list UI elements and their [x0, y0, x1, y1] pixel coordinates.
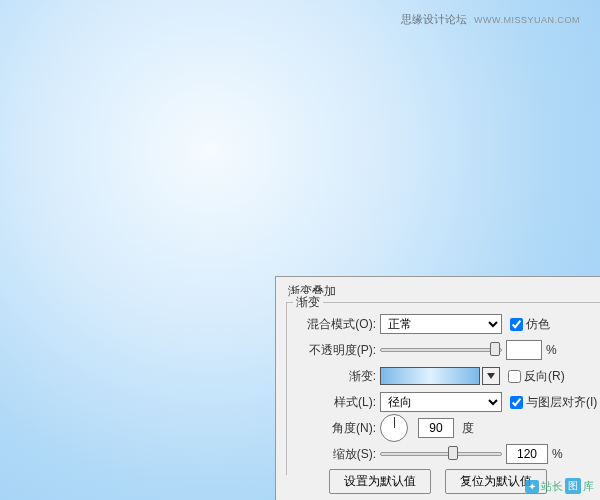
angle-row: 角度(N): 度: [295, 415, 600, 441]
style-row: 样式(L): 径向 与图层对齐(I): [295, 389, 600, 415]
align-input[interactable]: [510, 396, 523, 409]
angle-unit: 度: [462, 420, 474, 437]
angle-input[interactable]: [418, 418, 454, 438]
opacity-unit: %: [546, 343, 557, 357]
opacity-input[interactable]: [506, 340, 542, 360]
scale-row: 缩放(S): %: [295, 441, 600, 467]
slider-thumb[interactable]: [448, 446, 458, 460]
angle-label: 角度(N):: [295, 420, 380, 437]
dither-checkbox[interactable]: 仿色: [510, 316, 550, 333]
opacity-label: 不透明度(P):: [295, 342, 380, 359]
slider-track: [380, 348, 502, 352]
reverse-input[interactable]: [508, 370, 521, 383]
opacity-slider[interactable]: [380, 341, 502, 359]
scale-label: 缩放(S):: [295, 446, 380, 463]
slider-thumb[interactable]: [490, 342, 500, 356]
gradient-label: 渐变:: [295, 368, 380, 385]
set-default-button[interactable]: 设置为默认值: [329, 469, 431, 494]
gradient-row: 渐变: 反向(R): [295, 363, 600, 389]
scale-slider[interactable]: [380, 445, 502, 463]
blend-mode-label: 混合模式(O):: [295, 316, 380, 333]
blend-mode-select[interactable]: 正常: [380, 314, 502, 334]
blend-mode-row: 混合模式(O): 正常 仿色: [295, 311, 600, 337]
style-label: 样式(L):: [295, 394, 380, 411]
gradient-group: 渐变 混合模式(O): 正常 仿色 不透明度(P): % 渐变:: [286, 302, 600, 475]
reverse-checkbox[interactable]: 反向(R): [508, 368, 565, 385]
gradient-overlay-dialog: 渐变叠加 渐变 混合模式(O): 正常 仿色 不透明度(P): % 渐变:: [275, 276, 600, 500]
watermark-url: WWW.MISSYUAN.COM: [474, 15, 580, 25]
group-legend: 渐变: [293, 294, 323, 311]
opacity-row: 不透明度(P): %: [295, 337, 600, 363]
angle-dial[interactable]: [380, 414, 408, 442]
gradient-dropdown-button[interactable]: [482, 367, 500, 385]
footer-badge-icon-2: 图: [565, 478, 581, 494]
style-select[interactable]: 径向: [380, 392, 502, 412]
chevron-down-icon: [487, 373, 495, 379]
gradient-preview[interactable]: [380, 367, 480, 385]
dialog-title: 渐变叠加: [286, 283, 600, 300]
footer-text-1: 站长: [541, 479, 563, 494]
footer-watermark: ✦ 站长 图 库: [525, 478, 594, 494]
angle-hand: [394, 417, 395, 428]
dither-input[interactable]: [510, 318, 523, 331]
header-watermark: 思缘设计论坛 WWW.MISSYUAN.COM: [401, 12, 580, 27]
scale-unit: %: [552, 447, 563, 461]
align-checkbox[interactable]: 与图层对齐(I): [510, 394, 597, 411]
footer-badge-icon: ✦: [525, 480, 539, 493]
slider-track: [380, 452, 502, 456]
watermark-text: 思缘设计论坛: [401, 13, 467, 25]
footer-text-2: 库: [583, 479, 594, 494]
scale-input[interactable]: [506, 444, 548, 464]
